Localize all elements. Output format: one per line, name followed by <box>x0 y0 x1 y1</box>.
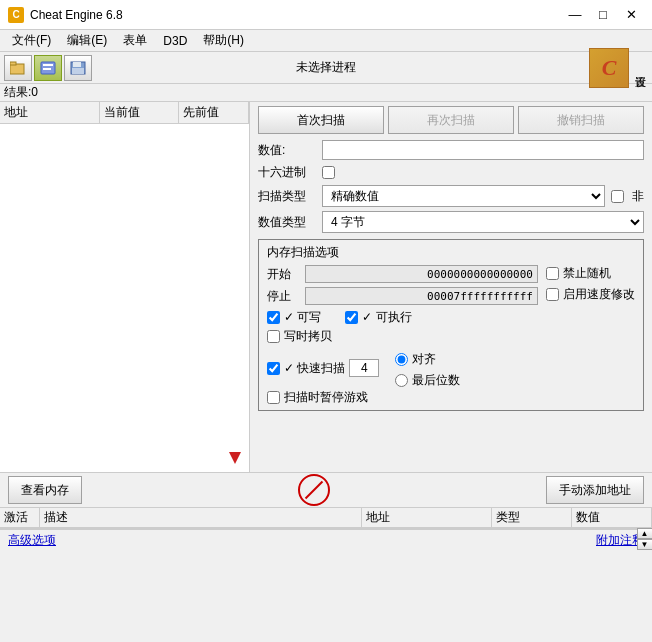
col-header-current[interactable]: 当前值 <box>100 102 180 123</box>
executable-checkbox[interactable] <box>345 311 358 324</box>
align-radio[interactable] <box>395 353 408 366</box>
speed-mod-checkbox[interactable] <box>546 288 559 301</box>
hex-checkbox[interactable] <box>322 166 335 179</box>
fast-scan-label: ✓ 快速扫描 <box>284 360 345 377</box>
svg-rect-6 <box>73 62 81 67</box>
no-random-label: 禁止随机 <box>563 265 611 282</box>
menu-table[interactable]: 表单 <box>115 30 155 51</box>
cheat-table-header: 激活 描述 地址 类型 数值 <box>0 508 652 528</box>
menu-d3d[interactable]: D3D <box>155 32 195 50</box>
main-content: 地址 当前值 先前值 首次扫描 再次扫描 撤销扫描 数值: 十六进制 <box>0 102 652 472</box>
save-icon <box>70 61 86 75</box>
ct-col-value[interactable]: 数值 <box>572 508 652 527</box>
address-list-header: 地址 当前值 先前值 <box>0 102 249 124</box>
ct-col-type[interactable]: 类型 <box>492 508 572 527</box>
no-random-row: 禁止随机 <box>546 265 635 282</box>
no-entry-icon[interactable] <box>298 474 330 506</box>
ct-col-desc[interactable]: 描述 <box>40 508 362 527</box>
mem-scan-box: 内存扫描选项 开始 停止 ✓ 可写 <box>258 239 644 411</box>
executable-label: ✓ 可执行 <box>362 309 411 326</box>
fast-scan-checkbox[interactable] <box>267 362 280 375</box>
speed-mod-row: 启用速度修改 <box>546 286 635 303</box>
process-icon <box>40 61 56 75</box>
open-process-button[interactable] <box>34 55 62 81</box>
right-panel: 首次扫描 再次扫描 撤销扫描 数值: 十六进制 扫描类型 精确数值 非 数值类型 <box>250 102 652 472</box>
stop-input[interactable] <box>305 287 538 305</box>
svg-rect-4 <box>43 68 51 70</box>
copy-on-write-label: 写时拷贝 <box>284 328 332 345</box>
hex-label: 十六进制 <box>258 164 318 181</box>
hex-row: 十六进制 <box>258 164 644 181</box>
no-random-checkbox[interactable] <box>546 267 559 280</box>
scroll-down-button[interactable]: ▼ <box>637 539 653 550</box>
col-header-previous[interactable]: 先前值 <box>179 102 249 123</box>
window-controls: — □ ✕ <box>562 4 644 26</box>
col-header-address[interactable]: 地址 <box>0 102 100 123</box>
last-digit-label: 最后位数 <box>412 372 460 389</box>
value-type-label: 数值类型 <box>258 214 318 231</box>
mem-scan-title: 内存扫描选项 <box>267 244 635 261</box>
start-label: 开始 <box>267 266 297 283</box>
start-input[interactable] <box>305 265 538 283</box>
title-bar: C Cheat Engine 6.8 — □ ✕ <box>0 0 652 30</box>
pause-game-checkbox[interactable] <box>267 391 280 404</box>
value-row: 数值: <box>258 140 644 160</box>
settings-button[interactable]: C <box>589 48 629 88</box>
mem-scan-inputs: 开始 停止 ✓ 可写 ✓ 可执行 <box>267 265 635 347</box>
undo-scan-button[interactable]: 撤销扫描 <box>518 106 644 134</box>
close-button[interactable]: ✕ <box>618 4 644 26</box>
not-checkbox[interactable] <box>611 190 624 203</box>
next-scan-button[interactable]: 再次扫描 <box>388 106 514 134</box>
pause-row: 扫描时暂停游戏 <box>267 389 635 406</box>
title-bar-left: C Cheat Engine 6.8 <box>8 7 123 23</box>
cheat-table: 激活 描述 地址 类型 数值 ▲ ▼ <box>0 508 652 529</box>
results-count: 结果:0 <box>4 84 38 101</box>
status-bar: 高级选项 附加注释 <box>0 529 652 551</box>
fast-scan-area: ✓ 快速扫描 对齐 最后位数 <box>267 351 635 389</box>
menu-file[interactable]: 文件(F) <box>4 30 59 51</box>
process-title: 未选择进程 <box>296 59 356 76</box>
app-icon: C <box>8 7 24 23</box>
copy-on-write-checkbox[interactable] <box>267 330 280 343</box>
start-row: 开始 <box>267 265 538 283</box>
mem-scan-right: 禁止随机 启用速度修改 <box>546 265 635 347</box>
align-label: 对齐 <box>412 351 436 368</box>
menu-edit[interactable]: 编辑(E) <box>59 30 115 51</box>
ct-col-address[interactable]: 地址 <box>362 508 492 527</box>
ct-col-active[interactable]: 激活 <box>0 508 40 527</box>
alignment-options: 对齐 最后位数 <box>395 351 460 389</box>
save-button[interactable] <box>64 55 92 81</box>
speed-mod-label: 启用速度修改 <box>563 286 635 303</box>
scroll-up-button[interactable]: ▲ <box>637 528 653 539</box>
copy-on-write-row: 写时拷贝 <box>267 328 538 345</box>
writable-checkbox[interactable] <box>267 311 280 324</box>
advanced-options-link[interactable]: 高级选项 <box>8 532 56 549</box>
mem-scan-left: 开始 停止 ✓ 可写 ✓ 可执行 <box>267 265 538 347</box>
scan-type-label: 扫描类型 <box>258 188 318 205</box>
maximize-button[interactable]: □ <box>590 4 616 26</box>
value-input[interactable] <box>322 140 644 160</box>
menu-bar: 文件(F) 编辑(E) 表单 D3D 帮助(H) <box>0 30 652 52</box>
toolbar-right: C 设置 <box>589 48 648 88</box>
fast-scan-num[interactable] <box>349 359 379 377</box>
value-label: 数值: <box>258 142 318 159</box>
manual-add-button[interactable]: 手动添加地址 <box>546 476 644 504</box>
minimize-button[interactable]: — <box>562 4 588 26</box>
arrow-down-icon[interactable] <box>225 448 245 468</box>
scan-buttons: 首次扫描 再次扫描 撤销扫描 <box>258 106 644 134</box>
scan-type-select[interactable]: 精确数值 <box>322 185 605 207</box>
svg-rect-3 <box>43 64 53 66</box>
first-scan-button[interactable]: 首次扫描 <box>258 106 384 134</box>
fast-scan-row: ✓ 快速扫描 <box>267 359 379 377</box>
toolbar: 未选择进程 C 设置 <box>0 52 652 84</box>
scan-type-row: 扫描类型 精确数值 非 <box>258 185 644 207</box>
writable-label: ✓ 可写 <box>284 309 321 326</box>
view-memory-button[interactable]: 查看内存 <box>8 476 82 504</box>
svg-rect-7 <box>72 68 84 74</box>
open-file-button[interactable] <box>4 55 32 81</box>
writable-row: ✓ 可写 ✓ 可执行 <box>267 309 538 326</box>
last-digit-radio[interactable] <box>395 374 408 387</box>
value-type-select[interactable]: 4 字节 <box>322 211 644 233</box>
open-icon <box>10 61 26 75</box>
menu-help[interactable]: 帮助(H) <box>195 30 252 51</box>
